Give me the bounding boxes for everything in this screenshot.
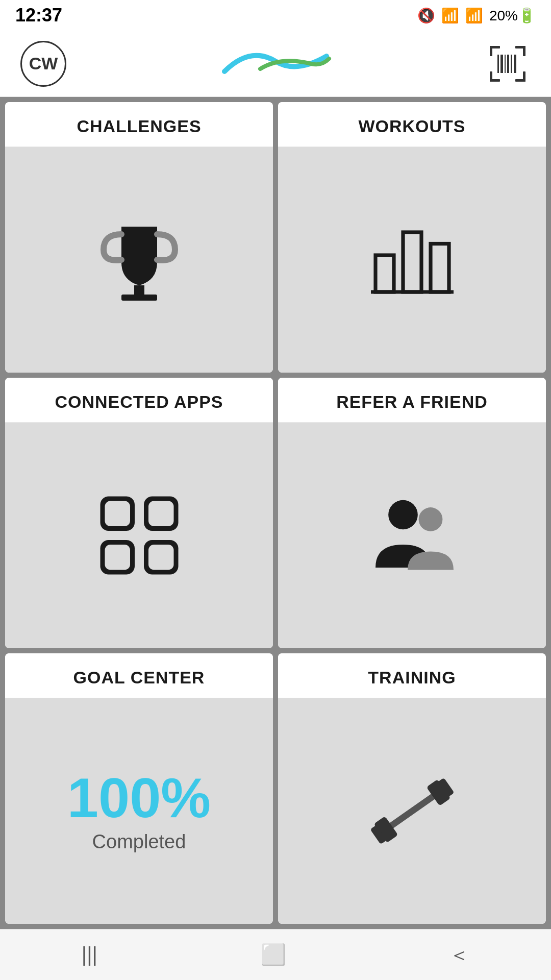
svg-rect-25 <box>148 501 174 527</box>
app-logo <box>219 46 332 82</box>
back-nav-icon: ＜ <box>449 941 469 969</box>
barcode-icon <box>487 43 528 84</box>
svg-point-29 <box>418 507 442 531</box>
refer-a-friend-title: REFER A FRIEND <box>278 378 546 423</box>
trophy-icon <box>93 214 185 306</box>
menu-nav-icon: ||| <box>82 943 97 966</box>
svg-rect-10 <box>505 55 506 73</box>
status-time: 12:37 <box>15 5 62 26</box>
svg-rect-30 <box>384 790 440 832</box>
connected-apps-body <box>5 423 273 648</box>
svg-rect-15 <box>121 295 157 301</box>
svg-rect-18 <box>431 244 449 292</box>
back-nav-button[interactable]: ＜ <box>434 936 485 974</box>
svg-rect-12 <box>511 55 512 73</box>
mute-icon: 🔇 <box>417 7 435 24</box>
svg-rect-1 <box>490 46 492 56</box>
logo-svg <box>219 46 332 82</box>
friends-icon <box>366 489 458 581</box>
goal-percent: 100% <box>67 770 211 826</box>
apps-grid-icon <box>93 489 185 581</box>
svg-rect-27 <box>148 545 174 570</box>
connected-apps-card[interactable]: CONNECTED APPS <box>5 378 273 648</box>
svg-rect-13 <box>514 55 516 73</box>
workouts-card[interactable]: WORKOUTS <box>278 102 546 373</box>
challenges-body <box>5 147 273 373</box>
bar-chart-icon <box>366 214 458 306</box>
training-title: TRAINING <box>278 653 546 698</box>
svg-point-28 <box>388 500 418 530</box>
challenges-title: CHALLENGES <box>5 102 273 147</box>
bottom-nav: ||| ⬜ ＜ <box>0 929 551 980</box>
goal-center-body: 100% Completed <box>5 698 273 924</box>
workouts-body <box>278 147 546 373</box>
battery-text: 20%🔋 <box>489 7 536 24</box>
goal-center-title: GOAL CENTER <box>5 653 273 698</box>
home-nav-button[interactable]: ⬜ <box>245 938 302 972</box>
svg-rect-3 <box>523 46 525 56</box>
svg-rect-14 <box>134 285 144 296</box>
barcode-button[interactable] <box>485 43 531 84</box>
svg-rect-16 <box>375 255 394 292</box>
main-grid: CHALLENGES WORKOUTS <box>0 97 551 929</box>
svg-rect-11 <box>507 55 509 73</box>
status-bar: 12:37 🔇 📶 📶 20%🔋 <box>0 0 551 31</box>
connected-apps-title: CONNECTED APPS <box>5 378 273 423</box>
home-nav-icon: ⬜ <box>261 943 286 967</box>
header: CW <box>0 31 551 97</box>
signal-icon: 📶 <box>465 7 483 24</box>
svg-rect-26 <box>105 545 130 570</box>
training-body <box>278 698 546 924</box>
svg-rect-5 <box>490 71 492 82</box>
cw-label: CW <box>29 54 58 74</box>
goal-center-card[interactable]: GOAL CENTER 100% Completed <box>5 653 273 924</box>
svg-rect-24 <box>105 501 130 527</box>
svg-rect-7 <box>523 71 525 82</box>
wifi-icon: 📶 <box>441 7 459 24</box>
svg-rect-9 <box>500 55 503 73</box>
svg-rect-8 <box>497 55 499 73</box>
training-card[interactable]: TRAINING <box>278 653 546 924</box>
refer-a-friend-body <box>278 423 546 648</box>
workouts-title: WORKOUTS <box>278 102 546 147</box>
cw-avatar[interactable]: CW <box>20 41 66 87</box>
goal-completed-label: Completed <box>92 831 186 853</box>
menu-nav-button[interactable]: ||| <box>66 938 113 971</box>
challenges-card[interactable]: CHALLENGES <box>5 102 273 373</box>
refer-a-friend-card[interactable]: REFER A FRIEND <box>278 378 546 648</box>
status-icons: 🔇 📶 📶 20%🔋 <box>417 7 536 24</box>
svg-rect-17 <box>403 232 421 292</box>
dumbbell-icon <box>366 765 458 857</box>
